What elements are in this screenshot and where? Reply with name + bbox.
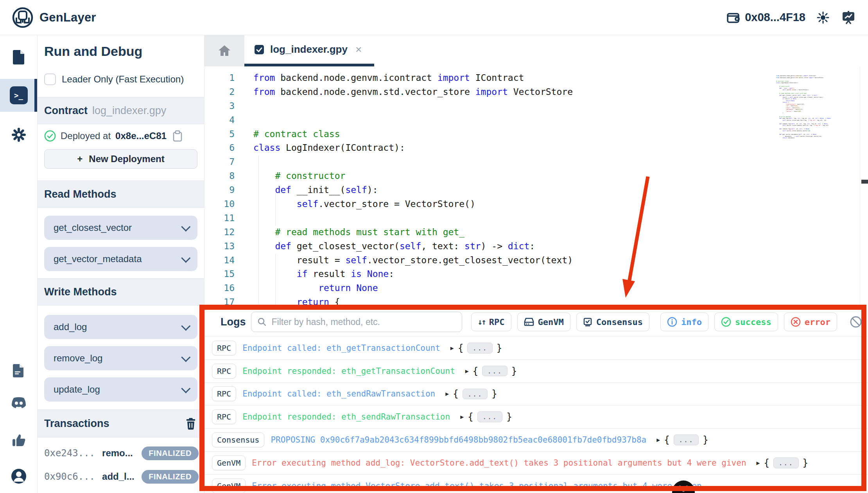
home-icon: [218, 45, 231, 57]
log-source-badge: Consensus: [212, 432, 264, 447]
logs-filter-input[interactable]: [251, 312, 462, 332]
code-text: [235, 113, 259, 127]
method-accordion-update-log[interactable]: update_log: [44, 377, 197, 402]
clear-transactions-trash-icon[interactable]: [185, 417, 196, 430]
transaction-row[interactable]: 0x90c6... add_l... FINALIZED: [44, 468, 199, 485]
line-number: 9: [204, 183, 235, 197]
line-number: 4: [204, 113, 235, 127]
code-text: return None: [235, 281, 378, 295]
rail-account-item[interactable]: [0, 468, 37, 484]
gear-icon: [11, 127, 26, 142]
tab-log-indexer[interactable]: log_indexer.gpy ×: [244, 35, 374, 66]
collapsed-dots[interactable]: ...: [463, 389, 488, 400]
panel-title: Run and Debug: [44, 44, 142, 59]
code-text: [235, 99, 259, 113]
chevron-down-icon: [181, 253, 190, 263]
log-expander[interactable]: ▶ { ... }: [757, 457, 808, 468]
code-line: 8 # constructor: [204, 169, 868, 183]
line-number: 3: [204, 99, 235, 113]
method-accordion-get-closest-vector[interactable]: get_closest_vector: [44, 216, 197, 240]
code-line: 7: [204, 155, 868, 169]
chevron-down-icon: [181, 222, 190, 231]
line-number: 8: [204, 169, 235, 183]
rail-settings-item[interactable]: [0, 127, 37, 142]
log-expander[interactable]: ▶ { ... }: [465, 366, 517, 377]
editor-area: log_indexer.gpy × 1from backend.node.gen…: [204, 35, 868, 493]
leader-only-label: Leader Only (Fast Execution): [62, 74, 184, 85]
log-expander[interactable]: ▶ { ... }: [450, 343, 502, 354]
log-rows: RPC Endpoint called: eth_getTransactionC…: [204, 336, 868, 493]
logs-filter-field[interactable]: [251, 312, 462, 332]
code-line: 4: [204, 113, 868, 127]
log-row[interactable]: Consensus PROPOSING 0x90c6f7a9ab2043c634…: [204, 428, 868, 451]
collapsed-dots[interactable]: ...: [477, 411, 503, 422]
log-row[interactable]: RPC Endpoint responded: eth_sendRawTrans…: [204, 405, 868, 428]
discord-icon: [11, 397, 27, 410]
method-accordion-add-log[interactable]: add_log: [44, 315, 197, 339]
log-row[interactable]: GenVM Error executing method add_log: Ve…: [204, 451, 868, 474]
method-accordion-get-vector-metadata[interactable]: get_vector_metadata: [44, 247, 197, 271]
code-line: 5# contract class: [204, 127, 868, 141]
new-deployment-button[interactable]: + New Deployment: [44, 149, 197, 169]
minimap-separator: [860, 66, 861, 307]
rail-run-debug-item[interactable]: >_: [0, 79, 37, 112]
leader-only-checkbox[interactable]: [44, 73, 56, 85]
rail-files-item[interactable]: [0, 49, 37, 65]
deployed-row: Deployed at 0x8e...eC81: [44, 130, 199, 142]
ballot-check-icon: [583, 317, 592, 327]
method-accordion-remove-log[interactable]: remove_log: [44, 346, 197, 370]
editor-scrollbar-thumb[interactable]: [861, 180, 868, 184]
collapsed-dots[interactable]: ...: [482, 366, 508, 377]
code-line: 3: [204, 99, 868, 113]
logs-title: Logs: [221, 316, 251, 328]
log-expander[interactable]: ▶ { ... }: [445, 388, 497, 399]
log-row[interactable]: RPC Endpoint called: eth_sendRawTransact…: [204, 382, 868, 405]
line-number: 1: [204, 71, 235, 85]
minimap[interactable]: from backend.node.genvm.icontract import…: [776, 75, 859, 139]
filter-rpc-button[interactable]: ↓↑ RPC: [471, 313, 511, 331]
contract-label: Contract: [44, 105, 88, 117]
filter-info-button[interactable]: info: [660, 313, 708, 331]
presentation-stats-icon[interactable]: [841, 10, 856, 25]
code-text: def __init__(self):: [235, 183, 378, 197]
read-methods-header: Read Methods: [37, 180, 204, 208]
rail-feedback-item[interactable]: [0, 433, 37, 447]
collapsed-dots[interactable]: ...: [467, 343, 493, 354]
log-row[interactable]: GenVM Error executing method VectorStore…: [204, 474, 868, 493]
rail-discord-item[interactable]: [0, 397, 37, 410]
line-number: 15: [204, 267, 235, 281]
filter-success-button[interactable]: success: [714, 313, 778, 331]
brand[interactable]: GenLayer: [12, 7, 96, 29]
theme-toggle-sun-icon[interactable]: [816, 11, 830, 24]
collapsed-dots[interactable]: ...: [674, 434, 699, 445]
clear-logs-ban-icon[interactable]: [849, 315, 863, 329]
log-expander[interactable]: ▶ { ... }: [656, 434, 708, 445]
code-line: 15 if result is None:: [204, 267, 868, 281]
log-row[interactable]: RPC Endpoint responded: eth_getTransacti…: [204, 359, 868, 382]
filter-genvm-button[interactable]: GenVM: [517, 313, 570, 331]
filter-consensus-button[interactable]: Consensus: [576, 313, 649, 331]
code-line: 1from backend.node.genvm.icontract impor…: [204, 71, 868, 85]
code-text: # contract class: [235, 127, 340, 141]
wallet-address-button[interactable]: 0x08...4F18: [726, 11, 805, 25]
copy-address-icon[interactable]: [172, 130, 183, 142]
log-row[interactable]: RPC Endpoint called: eth_getTransactionC…: [204, 336, 868, 359]
home-tab[interactable]: [204, 35, 245, 66]
info-circle-icon: [667, 317, 677, 327]
collapsed-dots[interactable]: ...: [773, 457, 799, 468]
check-circle-icon: [721, 317, 731, 327]
transaction-row[interactable]: 0xe243... remo... FINALIZED: [44, 445, 199, 462]
code-text: [235, 211, 259, 225]
line-number: 13: [204, 239, 235, 254]
code-text: # read methods must start with get_: [235, 225, 464, 239]
tab-close-icon[interactable]: ×: [355, 44, 362, 55]
rail-docs-item[interactable]: [0, 363, 37, 378]
code-text: return {: [235, 295, 340, 307]
filter-error-button[interactable]: error: [784, 313, 837, 331]
active-indicator: [34, 79, 37, 112]
code-line: 10 self.vector_store = VectorStore(): [204, 197, 868, 211]
code-viewport[interactable]: 1from backend.node.genvm.icontract impor…: [204, 66, 868, 307]
logs-header: Logs ↓↑ RPC GenVM: [204, 307, 868, 336]
code-text: result = self.vector_store.get_closest_v…: [235, 254, 573, 268]
log-expander[interactable]: ▶ { ... }: [460, 411, 512, 422]
